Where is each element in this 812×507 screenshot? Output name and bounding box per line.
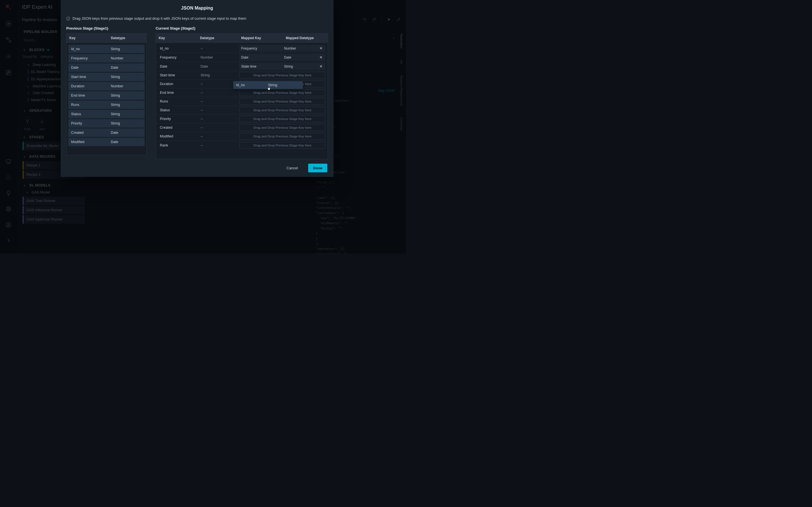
mapped-dt: String [284, 64, 318, 68]
cur-row-dt: String [198, 71, 238, 79]
grip-icon: ⋮⋮ [138, 103, 143, 107]
prev-row[interactable]: End timeString⋮⋮ [68, 91, 145, 100]
modal-title: JSON Mapping [61, 0, 334, 14]
cur-row-key: Id_no [157, 45, 198, 52]
cur-row-key: Priority [157, 115, 198, 123]
mapped-key: Frequency [241, 47, 284, 50]
prev-row[interactable]: CreatedDate⋮⋮ [68, 128, 145, 137]
cur-row: FrequencyNumberDateDate✕ [157, 53, 326, 62]
prev-row[interactable]: DateDate⋮⋮ [68, 63, 145, 72]
cur-table-head: Key Datatype Mapped Key Mapped Datatype [156, 33, 328, 43]
mapping-dropzone[interactable]: Drag and Drop Previous Stage Key here [239, 115, 325, 122]
mapped-chip[interactable]: DateDate✕ [239, 54, 325, 61]
cur-row-dt: -- [198, 142, 238, 149]
prev-row-key: Priority [68, 119, 108, 128]
cur-row-dt: -- [198, 124, 238, 131]
prev-row-key: Created [68, 128, 108, 137]
mapped-key: Date [241, 55, 284, 59]
mapping-dropzone[interactable]: Drag and Drop Previous Stage Key here [239, 89, 325, 96]
prev-row-key: Status [68, 110, 108, 118]
prev-row-key: Frequency [68, 54, 108, 62]
prev-row[interactable]: PriorityString⋮⋮ [68, 119, 145, 128]
cur-row-key: End time [157, 89, 198, 97]
mapping-dropzone[interactable]: Drag and Drop Previous Stage Key here [239, 107, 325, 114]
prev-table-head: Key Datatype [66, 33, 147, 43]
cur-row-dt: -- [198, 132, 238, 140]
current-stage-panel: Current Stage (Stage2) Key Datatype Mapp… [156, 24, 328, 159]
remove-mapping-icon[interactable]: ✕ [318, 46, 324, 50]
current-stage-title: Current Stage (Stage2) [156, 24, 328, 33]
prev-row-key: Runs [68, 101, 108, 109]
cur-row-dt: -- [198, 89, 238, 97]
prev-row[interactable]: ModifiedDate⋮⋮ [68, 138, 145, 146]
cur-row-dt: -- [198, 115, 238, 123]
cur-row-dt: -- [198, 98, 238, 105]
grip-icon: ⋮⋮ [138, 57, 143, 60]
cur-row: Id_no--FrequencyNumber✕ [157, 44, 326, 53]
grip-icon: ⋮⋮ [138, 131, 143, 134]
prev-table-body[interactable]: Id_noString⋮⋮FrequencyNumber⋮⋮DateDate⋮⋮… [66, 43, 147, 155]
cur-row-key: Runs [157, 98, 198, 105]
grip-icon: ⋮⋮ [138, 85, 143, 88]
cur-row-key: Rank [157, 142, 198, 149]
cur-row: DateDateState timeString✕ [157, 62, 326, 71]
cur-row: End time--Drag and Drop Previous Stage K… [157, 89, 326, 97]
mapped-chip[interactable]: State timeString✕ [239, 63, 325, 70]
previous-stage-panel: Previous Stage (Stage1) Key Datatype Id_… [66, 24, 147, 159]
prev-row-key: Modified [68, 138, 108, 146]
grab-cursor-icon [267, 86, 271, 92]
cur-row: Created--Drag and Drop Previous Stage Ke… [157, 123, 326, 132]
cur-row-dt: -- [198, 45, 238, 52]
cur-row: Status--Drag and Drop Previous Stage Key… [157, 106, 326, 115]
cur-row: Start timeStringDrag and Drop Previous S… [157, 71, 326, 80]
prev-row-key: Date [68, 63, 108, 72]
prev-row[interactable]: StatusString⋮⋮ [68, 110, 145, 118]
grip-icon: ⋮⋮ [138, 94, 143, 97]
cur-row-key: Start time [157, 71, 198, 79]
grip-icon: ⋮⋮ [138, 48, 143, 51]
cur-row: Rank--Drag and Drop Previous Stage Key h… [157, 141, 326, 150]
prev-row[interactable]: Id_noString⋮⋮ [68, 45, 145, 53]
cur-row-dt: -- [198, 106, 238, 114]
mapping-dropzone[interactable]: Drag and Drop Previous Stage Key here [239, 133, 325, 140]
grip-icon: ⋮⋮ [138, 66, 143, 69]
modal-actions: Cancel Done [61, 159, 334, 177]
info-icon [66, 17, 70, 20]
done-button[interactable]: Done [308, 164, 327, 172]
cur-row: Priority--Drag and Drop Previous Stage K… [157, 115, 326, 123]
prev-row[interactable]: RunsString⋮⋮ [68, 101, 145, 109]
cur-row: Modified--Drag and Drop Previous Stage K… [157, 132, 326, 141]
cur-table-body[interactable]: Id_no--FrequencyNumber✕FrequencyNumberDa… [156, 43, 328, 159]
mapped-dt: Date [284, 55, 318, 59]
grip-icon: ⋮⋮ [138, 140, 143, 144]
prev-row-key: Duration [68, 82, 108, 91]
mapping-dropzone[interactable]: Drag and Drop Previous Stage Key here [239, 72, 325, 78]
remove-mapping-icon[interactable]: ✕ [318, 64, 324, 68]
cur-row-key: Modified [157, 132, 198, 140]
grip-icon: ⋮⋮ [294, 83, 300, 87]
remove-mapping-icon[interactable]: ✕ [318, 55, 324, 59]
cancel-button[interactable]: Cancel [282, 164, 303, 172]
mapping-dropzone[interactable]: Drag and Drop Previous Stage Key here [239, 142, 325, 149]
mapping-dropzone[interactable]: Drag and Drop Previous Stage Key here [239, 98, 325, 105]
mapped-dt: Number [284, 47, 318, 50]
cur-row-key: Date [157, 62, 198, 70]
cur-row-key: Created [157, 124, 198, 131]
previous-stage-title: Previous Stage (Stage1) [66, 24, 147, 33]
cur-row-key: Duration [157, 80, 198, 88]
mapping-dropzone[interactable]: Drag and Drop Previous Stage Key here [239, 124, 325, 131]
modal-hint: Drag JSON keys from previous stage outpu… [61, 14, 334, 24]
prev-row[interactable]: FrequencyNumber⋮⋮ [68, 54, 145, 62]
prev-row[interactable]: DurationNumber⋮⋮ [68, 82, 145, 91]
cur-row-dt: Number [198, 54, 238, 61]
cur-row-key: Status [157, 106, 198, 114]
prev-row-key: End time [68, 91, 108, 100]
cur-row-key: Frequency [157, 54, 198, 61]
grip-icon: ⋮⋮ [138, 113, 143, 116]
prev-row-key: Start time [68, 73, 108, 81]
mapped-chip[interactable]: FrequencyNumber✕ [239, 45, 325, 52]
grip-icon: ⋮⋮ [138, 122, 143, 125]
cur-row-dt: -- [198, 80, 238, 88]
prev-row[interactable]: Start timeString⋮⋮ [68, 73, 145, 81]
cur-row: Runs--Drag and Drop Previous Stage Key h… [157, 97, 326, 106]
